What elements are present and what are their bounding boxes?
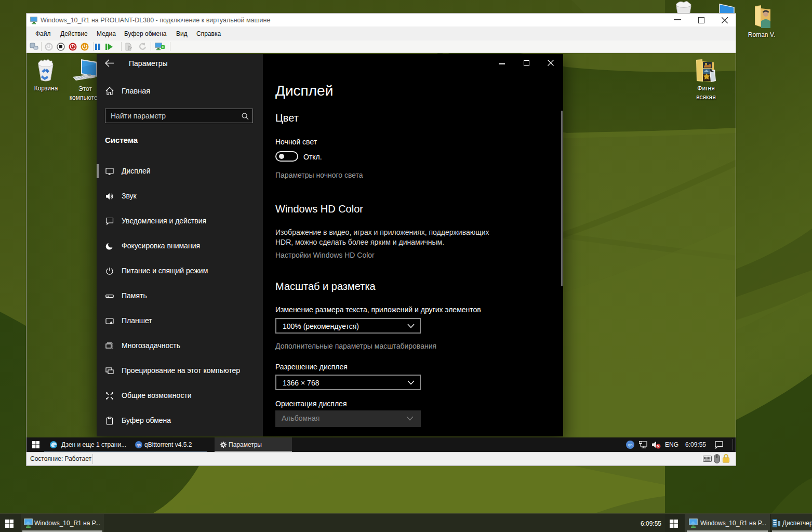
svg-text:qb: qb [137,443,141,447]
svg-text:qb: qb [628,443,633,447]
